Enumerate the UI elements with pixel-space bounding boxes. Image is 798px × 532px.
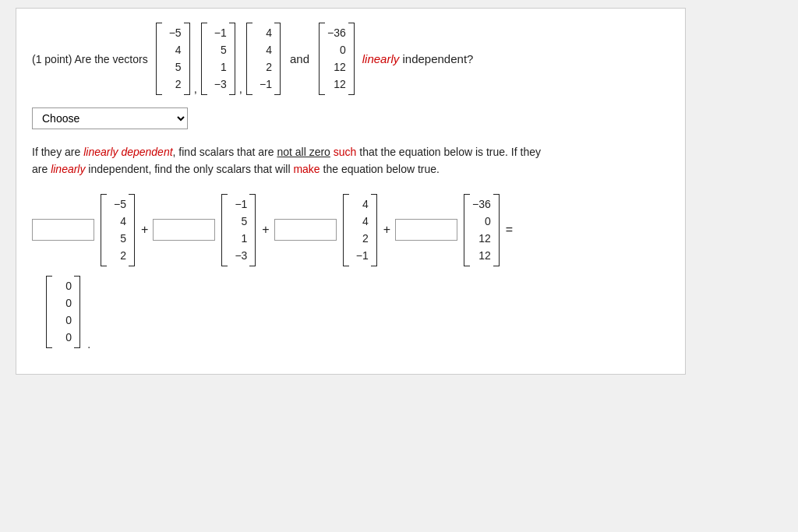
comma2: , — [239, 82, 242, 95]
eq-v3-r2: 4 — [351, 213, 369, 230]
eq-v2-r2: 5 — [230, 213, 247, 230]
eq-v4-r4: 12 — [474, 248, 491, 264]
eq-vector4-matrix: −36 0 12 12 — [464, 194, 500, 266]
result-vector-row: 0 0 0 0 . — [44, 276, 669, 351]
v2-r2: 5 — [210, 42, 227, 58]
linearly-dependent-text: linearly dependent — [83, 146, 172, 158]
v4-r2: 0 — [329, 42, 346, 58]
vector2-matrix: −1 5 1 −3 — [201, 23, 235, 95]
eq-vector4-values: −36 0 12 12 — [470, 194, 493, 266]
desc-line2: are linearly independent, find the only … — [32, 163, 440, 175]
v2-r1: −1 — [210, 25, 227, 41]
question-label: (1 point) Are the vectors — [32, 53, 148, 65]
res-r4: 0 — [55, 329, 72, 346]
v4-r1: −36 — [327, 25, 346, 41]
eq-v1-r1: −5 — [109, 196, 126, 213]
make-text: make — [293, 163, 320, 175]
v3-r3: 2 — [255, 59, 272, 76]
linearly-independent-text2: linearly — [51, 163, 85, 175]
eq-v4-r3: 12 — [474, 231, 491, 247]
not-all-zero: not all zero — [277, 146, 330, 158]
desc-line1: If they are linearly dependent, find sca… — [32, 146, 541, 158]
eq-vector3-values: 4 4 2 −1 — [349, 194, 371, 266]
plus3: + — [383, 223, 390, 237]
linearly-word: linearly — [362, 52, 400, 65]
eq-vector1-matrix: −5 4 5 2 — [101, 194, 135, 266]
v1-r1: −5 — [164, 25, 182, 41]
v1-r4: 2 — [164, 76, 182, 93]
scalar4-input[interactable] — [395, 219, 457, 241]
scalar2-input[interactable] — [153, 219, 215, 241]
vector1-matrix: −5 4 5 2 — [156, 23, 190, 95]
eq-vector3-matrix: 4 4 2 −1 — [343, 194, 377, 266]
eq-v1-r4: 2 — [109, 248, 126, 264]
question-row: (1 point) Are the vectors −5 4 5 2 , −1 … — [32, 23, 669, 95]
v4-r3: 12 — [329, 59, 346, 76]
and-text: and — [290, 52, 309, 65]
res-r2: 0 — [55, 295, 72, 312]
eq-v1-r3: 5 — [109, 231, 126, 247]
plus2: + — [262, 223, 269, 237]
eq-vector2-values: −1 5 1 −3 — [228, 194, 249, 266]
v2-r3: 1 — [210, 59, 227, 76]
scalar1-input[interactable] — [32, 219, 94, 241]
v2-r4: −3 — [210, 76, 227, 93]
plus1: + — [141, 223, 148, 237]
scalar3-input[interactable] — [274, 219, 337, 241]
v3-r1: 4 — [255, 25, 272, 41]
vector4-matrix: −36 0 12 12 — [319, 23, 355, 95]
result-vector-matrix: 0 0 0 0 — [46, 276, 80, 348]
comma1: , — [194, 82, 197, 95]
equals-sign: = — [506, 223, 513, 237]
eq-v3-r1: 4 — [351, 196, 369, 213]
res-r3: 0 — [55, 312, 72, 329]
eq-v1-r2: 4 — [109, 213, 126, 230]
vector4-values: −36 0 12 12 — [325, 23, 348, 95]
v3-r2: 4 — [255, 42, 272, 58]
eq-v3-r4: −1 — [351, 248, 369, 264]
eq-vector1-values: −5 4 5 2 — [107, 194, 129, 266]
such-text: such — [334, 146, 357, 158]
vector1-values: −5 4 5 2 — [162, 23, 184, 95]
eq-v2-r3: 1 — [230, 231, 247, 247]
result-vector-values: 0 0 0 0 — [52, 276, 74, 348]
dropdown-row[interactable]: Choose Yes No — [32, 107, 669, 129]
v4-r4: 12 — [329, 76, 346, 93]
vector2-values: −1 5 1 −3 — [207, 23, 229, 95]
v3-r4: −1 — [255, 76, 272, 93]
eq-v4-r1: −36 — [472, 196, 491, 213]
v1-r3: 5 — [164, 59, 182, 76]
main-content: (1 point) Are the vectors −5 4 5 2 , −1 … — [16, 8, 686, 375]
vector3-values: 4 4 2 −1 — [252, 23, 274, 95]
eq-v2-r4: −3 — [230, 248, 247, 264]
equation-row: −5 4 5 2 + −1 5 1 −3 + — [32, 194, 669, 266]
eq-v4-r2: 0 — [474, 213, 491, 230]
linearly-question: linearly independent? — [362, 52, 474, 65]
vector3-matrix: 4 4 2 −1 — [246, 23, 281, 95]
eq-v2-r1: −1 — [230, 196, 247, 213]
period: . — [87, 338, 90, 351]
eq-v3-r3: 2 — [351, 231, 369, 247]
res-r1: 0 — [55, 278, 72, 294]
v1-r2: 4 — [164, 42, 182, 58]
choose-dropdown[interactable]: Choose Yes No — [32, 107, 188, 129]
description-text: If they are linearly dependent, find sca… — [32, 143, 669, 178]
eq-vector2-matrix: −1 5 1 −3 — [221, 194, 256, 266]
